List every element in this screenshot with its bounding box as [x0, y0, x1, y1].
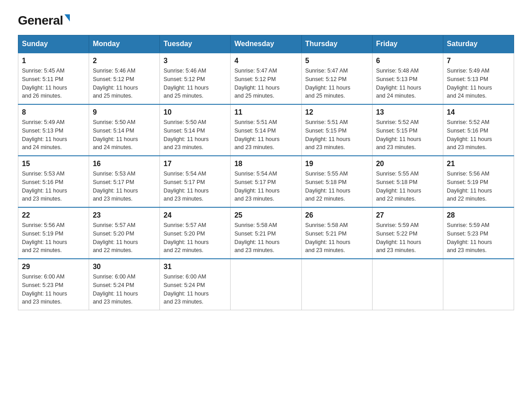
calendar-cell: [301, 259, 372, 310]
calendar-cell: 25 Sunrise: 5:58 AM Sunset: 5:21 PM Dayl…: [231, 207, 301, 259]
calendar-header-saturday: Saturday: [443, 35, 514, 53]
calendar-cell: 21 Sunrise: 5:56 AM Sunset: 5:19 PM Dayl…: [443, 156, 514, 207]
day-number: 3: [163, 57, 227, 65]
calendar-cell: 31 Sunrise: 6:00 AM Sunset: 5:24 PM Dayl…: [160, 259, 231, 310]
calendar-cell: 24 Sunrise: 5:57 AM Sunset: 5:20 PM Dayl…: [160, 207, 231, 259]
day-number: 4: [234, 57, 297, 65]
calendar-cell: 17 Sunrise: 5:54 AM Sunset: 5:17 PM Dayl…: [160, 156, 231, 207]
day-info: Sunrise: 6:00 AM Sunset: 5:23 PM Dayligh…: [22, 273, 85, 306]
day-number: 23: [93, 211, 156, 219]
calendar-cell: 27 Sunrise: 5:59 AM Sunset: 5:22 PM Dayl…: [372, 207, 443, 259]
calendar-cell: 6 Sunrise: 5:48 AM Sunset: 5:13 PM Dayli…: [372, 53, 443, 104]
day-info: Sunrise: 5:57 AM Sunset: 5:20 PM Dayligh…: [93, 221, 156, 255]
logo: General: [18, 13, 70, 26]
day-info: Sunrise: 5:57 AM Sunset: 5:20 PM Dayligh…: [163, 221, 227, 255]
calendar-cell: 10 Sunrise: 5:50 AM Sunset: 5:14 PM Dayl…: [160, 104, 231, 156]
day-number: 25: [234, 211, 297, 219]
day-number: 20: [376, 160, 439, 168]
calendar-cell: 16 Sunrise: 5:53 AM Sunset: 5:17 PM Dayl…: [89, 156, 160, 207]
day-info: Sunrise: 5:45 AM Sunset: 5:11 PM Dayligh…: [22, 67, 85, 100]
day-number: 30: [93, 263, 156, 271]
calendar-cell: 7 Sunrise: 5:49 AM Sunset: 5:13 PM Dayli…: [443, 53, 514, 104]
calendar-cell: [372, 259, 443, 310]
day-info: Sunrise: 5:53 AM Sunset: 5:16 PM Dayligh…: [22, 170, 85, 203]
day-number: 5: [305, 57, 369, 65]
calendar-cell: 26 Sunrise: 5:58 AM Sunset: 5:21 PM Dayl…: [301, 207, 372, 259]
calendar-header-monday: Monday: [89, 35, 160, 53]
day-number: 10: [163, 108, 227, 116]
day-info: Sunrise: 5:46 AM Sunset: 5:12 PM Dayligh…: [163, 67, 227, 100]
calendar-week-row: 8 Sunrise: 5:49 AM Sunset: 5:13 PM Dayli…: [18, 104, 514, 156]
calendar-header-tuesday: Tuesday: [160, 35, 231, 53]
calendar-cell: 5 Sunrise: 5:47 AM Sunset: 5:12 PM Dayli…: [301, 53, 372, 104]
day-info: Sunrise: 5:59 AM Sunset: 5:23 PM Dayligh…: [447, 221, 510, 255]
day-info: Sunrise: 5:56 AM Sunset: 5:19 PM Dayligh…: [447, 170, 510, 203]
calendar-cell: 20 Sunrise: 5:55 AM Sunset: 5:18 PM Dayl…: [372, 156, 443, 207]
calendar-cell: 8 Sunrise: 5:49 AM Sunset: 5:13 PM Dayli…: [18, 104, 89, 156]
day-info: Sunrise: 5:49 AM Sunset: 5:13 PM Dayligh…: [447, 67, 510, 100]
day-info: Sunrise: 5:47 AM Sunset: 5:12 PM Dayligh…: [305, 67, 369, 100]
calendar-cell: 19 Sunrise: 5:55 AM Sunset: 5:18 PM Dayl…: [301, 156, 372, 207]
calendar-cell: 14 Sunrise: 5:52 AM Sunset: 5:16 PM Dayl…: [443, 104, 514, 156]
day-number: 2: [93, 57, 156, 65]
calendar-cell: 28 Sunrise: 5:59 AM Sunset: 5:23 PM Dayl…: [443, 207, 514, 259]
day-info: Sunrise: 6:00 AM Sunset: 5:24 PM Dayligh…: [163, 273, 227, 306]
day-info: Sunrise: 5:55 AM Sunset: 5:18 PM Dayligh…: [305, 170, 369, 203]
calendar-cell: 29 Sunrise: 6:00 AM Sunset: 5:23 PM Dayl…: [18, 259, 89, 310]
day-number: 18: [234, 160, 297, 168]
day-number: 15: [22, 160, 85, 168]
calendar-cell: [443, 259, 514, 310]
day-info: Sunrise: 5:48 AM Sunset: 5:13 PM Dayligh…: [376, 67, 439, 100]
day-info: Sunrise: 5:51 AM Sunset: 5:14 PM Dayligh…: [234, 118, 297, 152]
day-number: 11: [234, 108, 297, 116]
day-number: 29: [22, 263, 85, 271]
day-info: Sunrise: 5:56 AM Sunset: 5:19 PM Dayligh…: [22, 221, 85, 255]
day-info: Sunrise: 5:54 AM Sunset: 5:17 PM Dayligh…: [234, 170, 297, 203]
day-info: Sunrise: 5:55 AM Sunset: 5:18 PM Dayligh…: [376, 170, 439, 203]
day-info: Sunrise: 5:54 AM Sunset: 5:17 PM Dayligh…: [163, 170, 227, 203]
calendar-header-sunday: Sunday: [18, 35, 89, 53]
day-number: 27: [376, 211, 439, 219]
calendar-cell: 30 Sunrise: 6:00 AM Sunset: 5:24 PM Dayl…: [89, 259, 160, 310]
day-number: 28: [447, 211, 510, 219]
day-number: 9: [93, 108, 156, 116]
day-number: 26: [305, 211, 369, 219]
day-info: Sunrise: 5:50 AM Sunset: 5:14 PM Dayligh…: [93, 118, 156, 152]
logo-general-text: General: [18, 13, 63, 28]
day-info: Sunrise: 5:52 AM Sunset: 5:15 PM Dayligh…: [376, 118, 439, 152]
calendar-cell: 4 Sunrise: 5:47 AM Sunset: 5:12 PM Dayli…: [231, 53, 301, 104]
day-number: 17: [163, 160, 227, 168]
calendar-cell: 12 Sunrise: 5:51 AM Sunset: 5:15 PM Dayl…: [301, 104, 372, 156]
day-number: 24: [163, 211, 227, 219]
day-info: Sunrise: 5:59 AM Sunset: 5:22 PM Dayligh…: [376, 221, 439, 255]
day-number: 31: [163, 263, 227, 271]
calendar-cell: 9 Sunrise: 5:50 AM Sunset: 5:14 PM Dayli…: [89, 104, 160, 156]
calendar-header-thursday: Thursday: [301, 35, 372, 53]
day-number: 6: [376, 57, 439, 65]
calendar-header-friday: Friday: [372, 35, 443, 53]
day-number: 13: [376, 108, 439, 116]
day-info: Sunrise: 5:47 AM Sunset: 5:12 PM Dayligh…: [234, 67, 297, 100]
calendar-cell: 22 Sunrise: 5:56 AM Sunset: 5:19 PM Dayl…: [18, 207, 89, 259]
calendar-cell: 18 Sunrise: 5:54 AM Sunset: 5:17 PM Dayl…: [231, 156, 301, 207]
calendar-cell: 2 Sunrise: 5:46 AM Sunset: 5:12 PM Dayli…: [89, 53, 160, 104]
day-number: 7: [447, 57, 510, 65]
day-number: 22: [22, 211, 85, 219]
calendar-cell: 15 Sunrise: 5:53 AM Sunset: 5:16 PM Dayl…: [18, 156, 89, 207]
calendar-cell: 1 Sunrise: 5:45 AM Sunset: 5:11 PM Dayli…: [18, 53, 89, 104]
calendar-cell: 3 Sunrise: 5:46 AM Sunset: 5:12 PM Dayli…: [160, 53, 231, 104]
day-number: 21: [447, 160, 510, 168]
day-info: Sunrise: 5:49 AM Sunset: 5:13 PM Dayligh…: [22, 118, 85, 152]
day-info: Sunrise: 5:58 AM Sunset: 5:21 PM Dayligh…: [305, 221, 369, 255]
calendar-cell: 23 Sunrise: 5:57 AM Sunset: 5:20 PM Dayl…: [89, 207, 160, 259]
calendar-table: SundayMondayTuesdayWednesdayThursdayFrid…: [18, 35, 514, 310]
day-number: 19: [305, 160, 369, 168]
calendar-cell: 13 Sunrise: 5:52 AM Sunset: 5:15 PM Dayl…: [372, 104, 443, 156]
calendar-week-row: 15 Sunrise: 5:53 AM Sunset: 5:16 PM Dayl…: [18, 156, 514, 207]
day-number: 8: [22, 108, 85, 116]
day-number: 16: [93, 160, 156, 168]
day-info: Sunrise: 5:52 AM Sunset: 5:16 PM Dayligh…: [447, 118, 510, 152]
calendar-cell: [231, 259, 301, 310]
day-info: Sunrise: 5:46 AM Sunset: 5:12 PM Dayligh…: [93, 67, 156, 100]
day-info: Sunrise: 5:53 AM Sunset: 5:17 PM Dayligh…: [93, 170, 156, 203]
